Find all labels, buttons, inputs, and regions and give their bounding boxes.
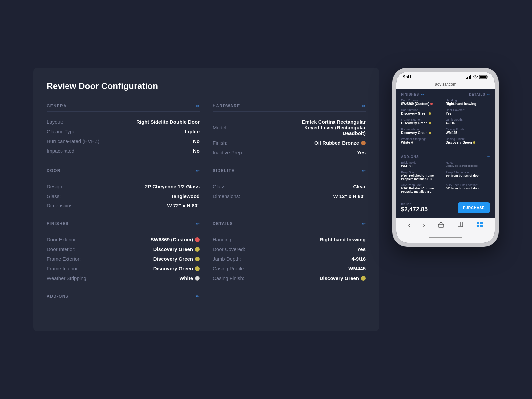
- general-title: GENERAL: [47, 104, 69, 108]
- general-edit-icon[interactable]: ✏: [196, 103, 200, 109]
- finish-color-dot: [361, 141, 366, 145]
- addons-edit-icon[interactable]: ✏: [196, 294, 200, 299]
- field-dimensions: Dimensions: W 72" x H 80": [47, 201, 200, 210]
- phone-field-weather: Weather Stripping: White: [401, 136, 446, 146]
- price-section: PRICE $2,472.85: [401, 203, 428, 213]
- door-title: DOOR: [47, 168, 61, 173]
- phone-finishes-edit[interactable]: ✏: [421, 93, 424, 96]
- field-door-exterior: Door Exterior: SW6869 (Custom): [47, 235, 200, 244]
- sidelite-header: SIDELITE ✏: [213, 168, 366, 176]
- price-label: PRICE: [401, 203, 428, 206]
- details-title: DETAILS: [213, 221, 233, 226]
- field-sidelite-dimensions: Dimensions: W 12" x H 80": [213, 191, 366, 201]
- field-impact: Impact-rated No: [47, 146, 200, 156]
- door-edit-icon[interactable]: ✏: [196, 168, 200, 173]
- details-edit-icon[interactable]: ✏: [362, 221, 366, 226]
- field-jamb-depth: Jamb Depth: 4-9/16: [213, 254, 366, 264]
- field-inactive-prep: Inactive Prep: Yes: [213, 148, 366, 157]
- phone-content: FINISHES ✏ DETAILS ✏ Door Exterior: SW68…: [396, 89, 495, 218]
- svg-rect-0: [466, 78, 467, 79]
- nav-share-icon[interactable]: [438, 221, 444, 229]
- finishes-edit-icon[interactable]: ✏: [196, 221, 200, 226]
- svg-rect-9: [480, 222, 483, 224]
- details-section: DETAILS ✏ Handing: Right-hand Inswing Do…: [213, 221, 366, 283]
- svg-rect-5: [487, 76, 488, 78]
- main-container: Review Door Configuration GENERAL ✏ Layo…: [33, 68, 499, 331]
- sidelite-section: SIDELITE ✏ Glass: Clear Dimensions: W 12…: [213, 168, 366, 210]
- phone-field-casing-finish: Casing Finish: Discovery Green: [446, 136, 490, 146]
- sections-grid: GENERAL ✏ Layout: Right Sidelite Double …: [47, 103, 366, 318]
- field-frame-exterior: Frame Exterior: Discovery Green: [47, 254, 200, 264]
- price-value: $2,472.85: [401, 206, 428, 213]
- phone-finishes-grid: Door Exterior: SW6869 (Custom) Handing: …: [396, 98, 495, 149]
- addons-section: ADD-ONS ✏: [47, 294, 200, 307]
- nav-book-icon[interactable]: [457, 221, 464, 229]
- field-door-interior: Door Interior: Discovery Green: [47, 244, 200, 254]
- phone-container: 9:41: [392, 68, 499, 247]
- phone-addons-header: ADD-ONS ✏: [396, 152, 495, 160]
- sidelite-edit-icon[interactable]: ✏: [362, 168, 366, 173]
- field-layout: Layout: Right Sidelite Double Door: [47, 117, 200, 127]
- phone-door-ext-dot: [430, 103, 433, 105]
- phone-addons-title: ADD-ONS: [401, 155, 419, 159]
- phone-field-frame-ext: Frame Exterior: Discovery Green: [401, 117, 446, 127]
- phone-frame-int-dot: [429, 132, 431, 134]
- addons-title: ADD-ONS: [47, 294, 69, 299]
- svg-rect-8: [477, 222, 479, 224]
- nav-tabs-icon[interactable]: [476, 221, 483, 229]
- wifi-icon: [473, 75, 478, 79]
- door-header: DOOR ✏: [47, 168, 200, 176]
- phone-details-title: DETAILS: [469, 93, 485, 96]
- nav-forward-icon[interactable]: ›: [423, 222, 425, 229]
- phone-door-int-dot: [429, 112, 431, 115]
- details-header: DETAILS ✏: [213, 221, 366, 229]
- hardware-edit-icon[interactable]: ✏: [362, 103, 366, 109]
- nav-back-icon[interactable]: ‹: [408, 222, 410, 229]
- phone-addons-edit[interactable]: ✏: [487, 155, 490, 159]
- general-section: GENERAL ✏ Layout: Right Sidelite Double …: [47, 103, 200, 157]
- phone-price-bar: PRICE $2,472.85 PURCHASE: [396, 198, 495, 218]
- phone-field-jamb: Jamb Depth: 4-9/16: [446, 117, 490, 127]
- field-casing-profile: Casing Profile: WM445: [213, 264, 366, 273]
- phone-addon-brick-note: Note: Brick Mold is shipped loose: [446, 160, 490, 170]
- door-interior-dot: [195, 247, 200, 252]
- phone-field-handing: Handing: Right-hand Inswing: [446, 98, 490, 107]
- general-header: GENERAL ✏: [47, 103, 200, 112]
- svg-rect-11: [480, 225, 483, 227]
- field-glass: Glass: Tanglewood: [47, 191, 200, 201]
- field-finish: Finish: Oil Rubbed Bronze: [213, 138, 366, 148]
- signal-icon: [466, 75, 471, 79]
- field-sidelite-glass: Glass: Clear: [213, 182, 366, 191]
- phone-field-frame-int: Frame Interior: Discovery Green: [401, 127, 446, 136]
- svg-rect-2: [469, 76, 470, 79]
- home-bar: [429, 237, 462, 238]
- field-handing: Handing: Right-hand Inswing: [213, 235, 366, 244]
- addons-header: ADD-ONS ✏: [47, 294, 200, 302]
- phone-url: advisar.com: [435, 82, 456, 87]
- phone-casing-finish-dot: [473, 141, 475, 144]
- phone-url-bar: advisar.com: [396, 81, 495, 89]
- phone-addon-brick-mold: Brick Mold: WM180: [401, 160, 446, 170]
- phone-field-door-ext: Door Exterior: SW6869 (Custom): [401, 98, 446, 107]
- phone-addon-peep: Peep Site: 9/16" Polished Chrome Peepsit…: [401, 170, 446, 182]
- phone-frame-ext-dot: [429, 122, 431, 124]
- phone-home-indicator: [396, 232, 495, 243]
- phone-finishes-header: FINISHES ✏ DETAILS ✏: [396, 89, 495, 98]
- phone-field-casing-profile: Casing Profile: WM445: [446, 127, 490, 136]
- finishes-section: FINISHES ✏ Door Exterior: SW6869 (Custom…: [47, 221, 200, 283]
- finishes-header: FINISHES ✏: [47, 221, 200, 229]
- purchase-button[interactable]: PURCHASE: [458, 202, 490, 213]
- config-card: Review Door Configuration GENERAL ✏ Layo…: [33, 68, 379, 331]
- phone-field-door-covered: Door Covered: Yes: [446, 107, 490, 117]
- door-exterior-dot: [195, 237, 200, 242]
- phone-finishes-title: FINISHES: [401, 93, 419, 96]
- frame-interior-dot: [195, 266, 200, 271]
- field-model: Model: Emtek Cortina Rectangular Keyed L…: [213, 117, 366, 138]
- phone-status-bar: 9:41: [396, 72, 495, 81]
- phone-addon-ada-loc: ADA Peep Site Location: 40" from bottom …: [446, 182, 490, 195]
- svg-rect-1: [467, 77, 468, 79]
- phone-details-edit[interactable]: ✏: [487, 93, 490, 96]
- phone-addon-peep-loc: Peep Site Location: 60" from bottom of d…: [446, 170, 490, 182]
- svg-rect-6: [480, 76, 486, 78]
- phone-field-door-int: Door Interior: Discovery Green: [401, 107, 446, 117]
